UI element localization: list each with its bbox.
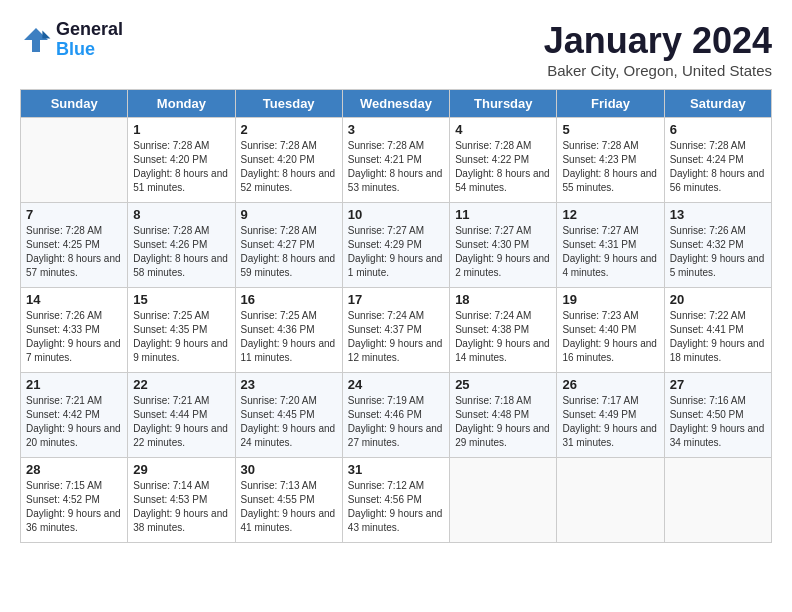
day-info: Sunrise: 7:27 AMSunset: 4:30 PMDaylight:… <box>455 224 551 280</box>
day-info: Sunrise: 7:22 AMSunset: 4:41 PMDaylight:… <box>670 309 766 365</box>
day-info: Sunrise: 7:25 AMSunset: 4:36 PMDaylight:… <box>241 309 337 365</box>
calendar-cell: 25Sunrise: 7:18 AMSunset: 4:48 PMDayligh… <box>450 373 557 458</box>
day-header-tuesday: Tuesday <box>235 90 342 118</box>
day-number: 29 <box>133 462 229 477</box>
day-number: 19 <box>562 292 658 307</box>
calendar-cell: 13Sunrise: 7:26 AMSunset: 4:32 PMDayligh… <box>664 203 771 288</box>
calendar-cell: 16Sunrise: 7:25 AMSunset: 4:36 PMDayligh… <box>235 288 342 373</box>
day-info: Sunrise: 7:26 AMSunset: 4:32 PMDaylight:… <box>670 224 766 280</box>
day-number: 26 <box>562 377 658 392</box>
day-number: 3 <box>348 122 444 137</box>
day-number: 28 <box>26 462 122 477</box>
day-header-saturday: Saturday <box>664 90 771 118</box>
calendar-cell <box>557 458 664 543</box>
day-header-monday: Monday <box>128 90 235 118</box>
day-number: 12 <box>562 207 658 222</box>
day-info: Sunrise: 7:25 AMSunset: 4:35 PMDaylight:… <box>133 309 229 365</box>
day-info: Sunrise: 7:18 AMSunset: 4:48 PMDaylight:… <box>455 394 551 450</box>
day-number: 30 <box>241 462 337 477</box>
day-number: 10 <box>348 207 444 222</box>
calendar-cell: 11Sunrise: 7:27 AMSunset: 4:30 PMDayligh… <box>450 203 557 288</box>
calendar-cell: 18Sunrise: 7:24 AMSunset: 4:38 PMDayligh… <box>450 288 557 373</box>
calendar-week-row: 21Sunrise: 7:21 AMSunset: 4:42 PMDayligh… <box>21 373 772 458</box>
day-info: Sunrise: 7:26 AMSunset: 4:33 PMDaylight:… <box>26 309 122 365</box>
calendar-cell: 23Sunrise: 7:20 AMSunset: 4:45 PMDayligh… <box>235 373 342 458</box>
logo-general: General <box>56 20 123 40</box>
day-number: 1 <box>133 122 229 137</box>
day-header-friday: Friday <box>557 90 664 118</box>
calendar-week-row: 1Sunrise: 7:28 AMSunset: 4:20 PMDaylight… <box>21 118 772 203</box>
day-info: Sunrise: 7:24 AMSunset: 4:38 PMDaylight:… <box>455 309 551 365</box>
calendar-cell: 22Sunrise: 7:21 AMSunset: 4:44 PMDayligh… <box>128 373 235 458</box>
calendar-cell: 5Sunrise: 7:28 AMSunset: 4:23 PMDaylight… <box>557 118 664 203</box>
day-number: 15 <box>133 292 229 307</box>
day-header-wednesday: Wednesday <box>342 90 449 118</box>
day-info: Sunrise: 7:15 AMSunset: 4:52 PMDaylight:… <box>26 479 122 535</box>
day-info: Sunrise: 7:28 AMSunset: 4:23 PMDaylight:… <box>562 139 658 195</box>
calendar-cell: 10Sunrise: 7:27 AMSunset: 4:29 PMDayligh… <box>342 203 449 288</box>
day-number: 21 <box>26 377 122 392</box>
calendar-cell: 6Sunrise: 7:28 AMSunset: 4:24 PMDaylight… <box>664 118 771 203</box>
day-info: Sunrise: 7:19 AMSunset: 4:46 PMDaylight:… <box>348 394 444 450</box>
page-header: General Blue January 2024 Baker City, Or… <box>20 20 772 79</box>
calendar-week-row: 14Sunrise: 7:26 AMSunset: 4:33 PMDayligh… <box>21 288 772 373</box>
day-number: 18 <box>455 292 551 307</box>
day-number: 5 <box>562 122 658 137</box>
day-number: 31 <box>348 462 444 477</box>
day-number: 22 <box>133 377 229 392</box>
day-info: Sunrise: 7:21 AMSunset: 4:42 PMDaylight:… <box>26 394 122 450</box>
calendar-cell: 19Sunrise: 7:23 AMSunset: 4:40 PMDayligh… <box>557 288 664 373</box>
calendar-cell: 26Sunrise: 7:17 AMSunset: 4:49 PMDayligh… <box>557 373 664 458</box>
day-info: Sunrise: 7:14 AMSunset: 4:53 PMDaylight:… <box>133 479 229 535</box>
calendar-cell: 3Sunrise: 7:28 AMSunset: 4:21 PMDaylight… <box>342 118 449 203</box>
day-number: 17 <box>348 292 444 307</box>
day-info: Sunrise: 7:21 AMSunset: 4:44 PMDaylight:… <box>133 394 229 450</box>
calendar-header-row: SundayMondayTuesdayWednesdayThursdayFrid… <box>21 90 772 118</box>
day-info: Sunrise: 7:28 AMSunset: 4:20 PMDaylight:… <box>133 139 229 195</box>
day-info: Sunrise: 7:28 AMSunset: 4:25 PMDaylight:… <box>26 224 122 280</box>
day-number: 25 <box>455 377 551 392</box>
day-number: 4 <box>455 122 551 137</box>
logo-blue: Blue <box>56 40 123 60</box>
calendar-cell: 24Sunrise: 7:19 AMSunset: 4:46 PMDayligh… <box>342 373 449 458</box>
day-number: 7 <box>26 207 122 222</box>
calendar-table: SundayMondayTuesdayWednesdayThursdayFrid… <box>20 89 772 543</box>
day-number: 2 <box>241 122 337 137</box>
day-info: Sunrise: 7:20 AMSunset: 4:45 PMDaylight:… <box>241 394 337 450</box>
day-number: 14 <box>26 292 122 307</box>
calendar-cell <box>450 458 557 543</box>
day-number: 8 <box>133 207 229 222</box>
calendar-cell: 7Sunrise: 7:28 AMSunset: 4:25 PMDaylight… <box>21 203 128 288</box>
calendar-cell: 2Sunrise: 7:28 AMSunset: 4:20 PMDaylight… <box>235 118 342 203</box>
day-info: Sunrise: 7:28 AMSunset: 4:27 PMDaylight:… <box>241 224 337 280</box>
day-info: Sunrise: 7:28 AMSunset: 4:24 PMDaylight:… <box>670 139 766 195</box>
day-info: Sunrise: 7:28 AMSunset: 4:22 PMDaylight:… <box>455 139 551 195</box>
day-info: Sunrise: 7:28 AMSunset: 4:26 PMDaylight:… <box>133 224 229 280</box>
day-number: 27 <box>670 377 766 392</box>
calendar-week-row: 7Sunrise: 7:28 AMSunset: 4:25 PMDaylight… <box>21 203 772 288</box>
day-info: Sunrise: 7:23 AMSunset: 4:40 PMDaylight:… <box>562 309 658 365</box>
calendar-cell: 14Sunrise: 7:26 AMSunset: 4:33 PMDayligh… <box>21 288 128 373</box>
logo-text: General Blue <box>56 20 123 60</box>
day-info: Sunrise: 7:28 AMSunset: 4:21 PMDaylight:… <box>348 139 444 195</box>
calendar-cell: 29Sunrise: 7:14 AMSunset: 4:53 PMDayligh… <box>128 458 235 543</box>
day-number: 13 <box>670 207 766 222</box>
calendar-cell: 20Sunrise: 7:22 AMSunset: 4:41 PMDayligh… <box>664 288 771 373</box>
month-title: January 2024 <box>544 20 772 62</box>
calendar-cell: 4Sunrise: 7:28 AMSunset: 4:22 PMDaylight… <box>450 118 557 203</box>
calendar-cell: 17Sunrise: 7:24 AMSunset: 4:37 PMDayligh… <box>342 288 449 373</box>
day-number: 23 <box>241 377 337 392</box>
calendar-cell: 28Sunrise: 7:15 AMSunset: 4:52 PMDayligh… <box>21 458 128 543</box>
logo-icon <box>20 24 52 56</box>
calendar-week-row: 28Sunrise: 7:15 AMSunset: 4:52 PMDayligh… <box>21 458 772 543</box>
day-info: Sunrise: 7:27 AMSunset: 4:29 PMDaylight:… <box>348 224 444 280</box>
day-header-sunday: Sunday <box>21 90 128 118</box>
day-info: Sunrise: 7:24 AMSunset: 4:37 PMDaylight:… <box>348 309 444 365</box>
calendar-cell: 31Sunrise: 7:12 AMSunset: 4:56 PMDayligh… <box>342 458 449 543</box>
day-header-thursday: Thursday <box>450 90 557 118</box>
day-number: 9 <box>241 207 337 222</box>
calendar-cell: 15Sunrise: 7:25 AMSunset: 4:35 PMDayligh… <box>128 288 235 373</box>
day-info: Sunrise: 7:16 AMSunset: 4:50 PMDaylight:… <box>670 394 766 450</box>
day-number: 20 <box>670 292 766 307</box>
day-number: 24 <box>348 377 444 392</box>
